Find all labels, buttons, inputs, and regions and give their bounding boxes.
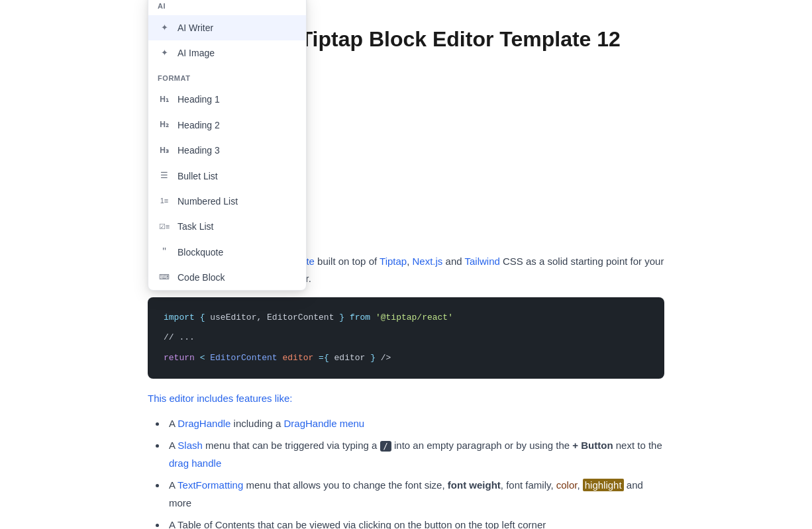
dropdown-item-ai-image[interactable]: ✦ AI Image xyxy=(148,40,306,66)
dropdown-item-numbered-list-label: Numbered List xyxy=(178,194,238,209)
section-label-ai: AI xyxy=(148,0,306,15)
textformatting-link[interactable]: TextFormatting xyxy=(178,479,243,491)
intro-link-tiptap[interactable]: Tiptap xyxy=(380,256,407,267)
dropdown-item-bullet-list-label: Bullet List xyxy=(178,169,218,183)
numbered-list-icon: 1≡ xyxy=(158,195,171,208)
intro-link-tailwind[interactable]: Tailwind xyxy=(464,256,499,267)
dropdown-item-task-list[interactable]: ☑≡ Task List xyxy=(148,214,306,239)
editor-content: / AI ✦ AI Writer ✦ AI Image FORMAT H₁ He… xyxy=(148,65,664,529)
ai-writer-icon: ✦ xyxy=(158,21,171,34)
slash-command-area: / AI ✦ AI Writer ✦ AI Image FORMAT H₁ He… xyxy=(148,65,664,81)
section-label-format: FORMAT xyxy=(148,66,306,87)
slash-link[interactable]: Slash xyxy=(178,440,203,451)
list-item: A Slash menu that can be triggered via t… xyxy=(166,436,664,472)
color-label: color xyxy=(556,479,578,491)
heading1-icon: H₁ xyxy=(158,93,171,107)
draghandle-menu-link[interactable]: DragHandle menu xyxy=(283,418,364,429)
code-block-icon: ⌨ xyxy=(158,271,171,284)
code-line-1: import { useEditor, EditorContent } from… xyxy=(164,311,648,325)
drag-handle-link2[interactable]: drag handle xyxy=(169,457,221,469)
dropdown-item-heading1-label: Heading 1 xyxy=(178,92,220,107)
highlight-label: highlight xyxy=(583,479,624,491)
list-item: A DragHandle including a DragHandle menu xyxy=(166,414,664,432)
dropdown-item-heading2-label: Heading 2 xyxy=(178,118,220,132)
draghandle-link[interactable]: DragHandle xyxy=(178,418,230,429)
list-item: A TextFormatting menu that allows you to… xyxy=(166,476,664,512)
dropdown-item-ai-image-label: AI Image xyxy=(178,46,215,60)
code-line-3: return < EditorContent editor ={ editor … xyxy=(164,351,648,365)
dropdown-item-code-block[interactable]: ⌨ Code Block xyxy=(148,265,306,290)
dropdown-item-heading2[interactable]: H₂ Heading 2 xyxy=(148,113,306,138)
code-line-2: // ... xyxy=(164,330,648,345)
dropdown-item-code-block-label: Code Block xyxy=(178,270,225,285)
list-item: A Table of Contents that can be viewed v… xyxy=(166,516,664,529)
code-spacer xyxy=(164,325,648,330)
dropdown-item-heading3[interactable]: H₃ Heading 3 xyxy=(148,138,306,163)
features-list: A DragHandle including a DragHandle menu… xyxy=(148,414,664,529)
slash-key: / xyxy=(380,441,391,452)
heading3-icon: H₃ xyxy=(158,144,171,157)
code-block: import { useEditor, EditorContent } from… xyxy=(148,297,664,378)
plus-button-label: + Button xyxy=(572,440,613,451)
intro-link-nextjs[interactable]: Next.js xyxy=(413,256,443,267)
dropdown-item-heading1[interactable]: H₁ Heading 1 xyxy=(148,87,306,112)
heading2-icon: H₂ xyxy=(158,119,171,132)
blockquote-icon: " xyxy=(158,246,171,259)
dropdown-item-blockquote-label: Blockquote xyxy=(178,245,223,260)
features-intro: This editor includes features like: xyxy=(148,391,664,407)
task-list-icon: ☑≡ xyxy=(158,220,171,234)
dropdown-item-ai-writer[interactable]: ✦ AI Writer xyxy=(148,15,306,40)
dropdown-item-numbered-list[interactable]: 1≡ Numbered List xyxy=(148,189,306,214)
dropdown-item-heading3-label: Heading 3 xyxy=(178,143,220,158)
slash-dropdown-menu: AI ✦ AI Writer ✦ AI Image FORMAT H₁ Head… xyxy=(148,0,307,291)
font-weight-label: font weight xyxy=(448,479,501,491)
dropdown-item-task-list-label: Task List xyxy=(178,219,213,234)
bullet-list-icon: ☰ xyxy=(158,169,171,183)
ai-image-icon: ✦ xyxy=(158,47,171,60)
dropdown-item-bullet-list[interactable]: ☰ Bullet List xyxy=(148,164,306,189)
code-spacer2 xyxy=(164,346,648,351)
dropdown-item-ai-writer-label: AI Writer xyxy=(178,21,213,35)
dropdown-item-blockquote[interactable]: " Blockquote xyxy=(148,240,306,265)
intro-text-middle1: built on top of xyxy=(315,256,380,267)
